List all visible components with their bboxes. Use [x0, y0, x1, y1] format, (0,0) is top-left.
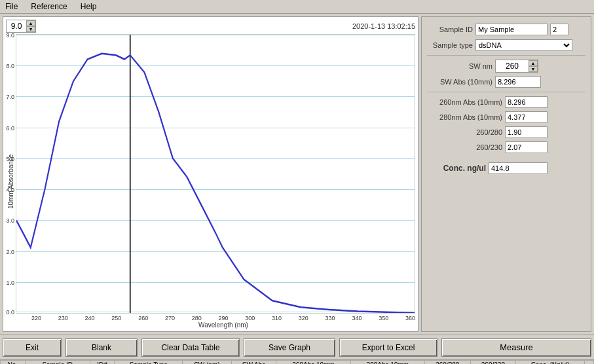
col-280abs: 280Abs 10mm	[350, 361, 424, 365]
y-tick-4: 4.0	[6, 187, 16, 193]
col-260-280: 260/280	[424, 361, 470, 365]
conc-input[interactable]	[489, 162, 548, 174]
sample-id-row: Sample ID	[427, 24, 585, 35]
sample-id-label: Sample ID	[427, 26, 473, 33]
chart-inner: 9.0 8.0 7.0 6.0 5.0 4.0	[16, 34, 415, 314]
col-sw-nm: SW (nm)	[183, 361, 232, 365]
spinner-down[interactable]: ▼	[26, 26, 35, 32]
sw-nm-spinner[interactable]: ▲ ▼	[495, 60, 538, 73]
menu-file[interactable]: File	[3, 1, 20, 12]
x-tick-340: 340	[352, 315, 362, 321]
y-max-spinner[interactable]: ▲ ▼	[6, 20, 36, 33]
x-tick-360: 360	[405, 315, 415, 321]
sw-nm-down[interactable]: ▼	[529, 66, 538, 72]
col-no: No.	[1, 361, 26, 365]
y-tick-5: 5.0	[6, 156, 16, 162]
y-tick-7: 7.0	[6, 94, 16, 100]
col-260-230: 260/230	[470, 361, 516, 365]
table-header-row: No. Sample ID ID# Sample Type SW (nm) SW…	[1, 361, 594, 365]
sw-abs-label: SW Abs (10mm)	[427, 78, 492, 86]
abs-260-label: 260nm Abs (10mm)	[427, 98, 502, 106]
abs-280-input[interactable]	[505, 111, 548, 123]
y-tick-8: 8.0	[6, 63, 16, 69]
save-graph-button[interactable]: Save Graph	[244, 338, 335, 357]
x-tick-300: 300	[245, 315, 255, 321]
menu-help[interactable]: Help	[78, 1, 100, 12]
x-tick-250: 250	[111, 315, 121, 321]
col-sample-id: Sample ID	[25, 361, 90, 365]
sw-nm-input[interactable]	[496, 62, 529, 71]
y-tick-3: 3.0	[6, 217, 16, 224]
sample-id-input[interactable]	[475, 24, 548, 35]
ratio-260-280-label: 260/280	[427, 128, 502, 136]
sample-type-row: Sample type dsDNA ssDNA RNA	[427, 39, 585, 51]
ratio-260-280-input[interactable]	[505, 126, 548, 138]
col-scroll	[585, 361, 594, 365]
sw-nm-up[interactable]: ▲	[529, 60, 538, 66]
menu-reference[interactable]: Reference	[28, 1, 69, 12]
col-260abs: 260Abs 10mm	[276, 361, 350, 365]
x-tick-310: 310	[272, 315, 282, 321]
x-tick-350: 350	[379, 315, 388, 321]
abs-280-label: 280nm Abs (10mm)	[427, 113, 502, 121]
menubar: File Reference Help	[0, 0, 594, 14]
graph-timestamp: 2020-1-13 13:02:15	[352, 22, 415, 30]
y-tick-2: 2.0	[6, 249, 16, 255]
clear-data-button[interactable]: Clear Data Table	[141, 338, 240, 357]
ratio-260-230-input[interactable]	[505, 141, 548, 153]
sw-nm-spinner-btns: ▲ ▼	[529, 60, 538, 72]
x-tick-260: 260	[138, 315, 148, 321]
absorbance-curve	[16, 35, 415, 313]
data-table: No. Sample ID ID# Sample Type SW (nm) SW…	[0, 360, 594, 364]
x-tick-330: 330	[325, 315, 335, 321]
conc-label: Conc. ng/ul	[427, 164, 486, 173]
spinner-up[interactable]: ▲	[26, 20, 35, 26]
sw-abs-input[interactable]	[495, 76, 541, 88]
main-container: ▲ ▼ 2020-1-13 13:02:15 10mm Absorbance 9…	[0, 14, 594, 335]
chart-area: 10mm Absorbance 9.0 8.0 7.0 6.0	[6, 34, 415, 329]
graph-panel: ▲ ▼ 2020-1-13 13:02:15 10mm Absorbance 9…	[3, 16, 418, 332]
sw-nm-row: SW nm ▲ ▼	[427, 60, 585, 73]
y-max-input[interactable]	[7, 22, 26, 31]
ratio-260-230-label: 260/230	[427, 143, 502, 151]
x-axis: 220 230 240 250 260 270 280 290 300 310 …	[31, 314, 415, 321]
ratio-260-280-row: 260/280	[427, 126, 585, 138]
exit-button[interactable]: Exit	[3, 338, 62, 357]
spinner-buttons: ▲ ▼	[26, 20, 35, 32]
col-id-num: ID#	[90, 361, 115, 365]
measure-button[interactable]: Measure	[441, 338, 591, 357]
sample-num-input[interactable]	[550, 24, 568, 35]
right-panel: Sample ID Sample type dsDNA ssDNA RNA SW…	[421, 16, 591, 332]
y-tick-9: 9.0	[6, 32, 16, 39]
button-bar: Exit Blank Clear Data Table Save Graph E…	[0, 335, 594, 359]
sample-type-select[interactable]: dsDNA ssDNA RNA	[475, 39, 572, 51]
x-tick-230: 230	[58, 315, 68, 321]
col-sw-abs: SW Abs	[231, 361, 276, 365]
blank-button[interactable]: Blank	[65, 338, 138, 357]
y-tick-1: 1.0	[6, 280, 16, 286]
x-tick-270: 270	[165, 315, 175, 321]
graph-top: ▲ ▼ 2020-1-13 13:02:15	[6, 20, 415, 33]
conc-row: Conc. ng/ul	[427, 162, 585, 174]
abs-260-input[interactable]	[505, 96, 548, 108]
sw-nm-label: SW nm	[427, 62, 492, 70]
table-bar: No. Sample ID ID# Sample Type SW (nm) SW…	[0, 359, 594, 364]
export-excel-button[interactable]: Export to Excel	[339, 338, 437, 357]
x-tick-320: 320	[299, 315, 308, 321]
sw-abs-row: SW Abs (10mm)	[427, 76, 585, 88]
x-tick-240: 240	[85, 315, 95, 321]
x-axis-label: Wavelength (nm)	[31, 321, 415, 329]
x-tick-290: 290	[218, 315, 228, 321]
sample-type-label: Sample type	[427, 41, 473, 49]
y-tick-6: 6.0	[6, 125, 16, 132]
col-conc: Conc. (Ng/ul)	[516, 361, 585, 365]
abs-260-row: 260nm Abs (10mm)	[427, 96, 585, 108]
y-tick-0: 0.0	[6, 309, 16, 316]
ratio-260-230-row: 260/230	[427, 141, 585, 153]
x-tick-280: 280	[192, 315, 202, 321]
col-sample-type: Sample Type	[115, 361, 183, 365]
x-tick-220: 220	[31, 315, 41, 321]
abs-280-row: 280nm Abs (10mm)	[427, 111, 585, 123]
